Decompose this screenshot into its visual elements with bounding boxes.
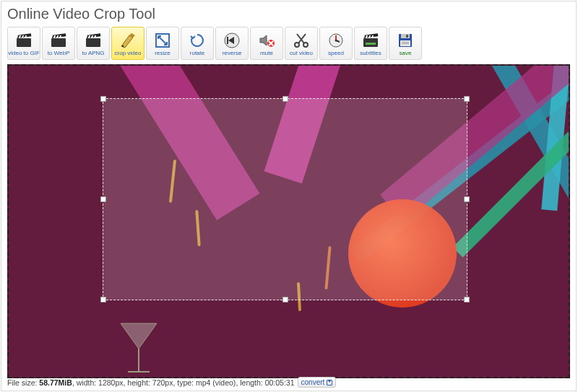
crop-handle-e[interactable]	[464, 196, 470, 202]
crop-selection[interactable]	[103, 98, 467, 300]
svg-rect-38	[402, 42, 409, 43]
speed-button[interactable]: speed	[319, 27, 353, 60]
svg-rect-35	[401, 34, 410, 38]
floppy-icon	[396, 31, 415, 50]
rotate-icon	[188, 31, 207, 50]
save-button[interactable]: save	[389, 27, 422, 60]
video-to-gif-button[interactable]: video to GIF	[7, 27, 40, 60]
mute-icon	[257, 31, 276, 50]
file-info-text: File size: 58.77MiB, width: 1280px, heig…	[7, 378, 295, 387]
toolbar: video to GIF to WebP to APNG crop video …	[1, 24, 576, 64]
clapper-icon	[14, 31, 33, 50]
crop-handle-ne[interactable]	[464, 96, 470, 102]
svg-rect-33	[366, 43, 376, 45]
page-title: Online Video Crop Tool	[1, 1, 576, 24]
crop-handle-nw[interactable]	[100, 96, 106, 102]
svg-rect-13	[86, 33, 100, 38]
svg-rect-1	[17, 33, 31, 38]
crop-handle-n[interactable]	[282, 96, 288, 102]
crop-handle-se[interactable]	[464, 297, 470, 302]
svg-point-18	[122, 45, 124, 47]
svg-rect-7	[51, 33, 66, 38]
scissors-icon	[292, 31, 311, 50]
rotate-button[interactable]: rotate	[181, 27, 214, 60]
svg-rect-28	[363, 33, 378, 38]
clapper-icon	[49, 31, 68, 50]
convert-button[interactable]: convert	[298, 377, 337, 388]
crop-pen-icon	[118, 31, 137, 50]
resize-button[interactable]: resize	[146, 27, 179, 60]
svg-rect-21	[227, 37, 228, 44]
svg-rect-12	[86, 38, 100, 47]
clapper-icon	[84, 31, 103, 50]
svg-rect-39	[402, 43, 409, 44]
clapper-icon	[361, 31, 380, 50]
glass-shape-icon	[117, 320, 160, 378]
resize-icon	[153, 31, 172, 50]
to-apng-button[interactable]: to APNG	[77, 27, 110, 60]
reverse-button[interactable]: reverse	[215, 27, 249, 60]
convert-arrow-icon	[327, 380, 332, 386]
svg-rect-6	[51, 38, 66, 47]
svg-rect-0	[17, 38, 31, 47]
crop-handle-w[interactable]	[100, 196, 106, 202]
svg-point-26	[335, 39, 337, 41]
crop-handle-sw[interactable]	[100, 297, 106, 302]
reverse-icon	[223, 31, 241, 50]
to-webp-button[interactable]: to WebP	[42, 27, 75, 60]
crop-handle-s[interactable]	[282, 297, 288, 302]
video-stage[interactable]	[7, 64, 570, 378]
subtitles-button[interactable]: subtitles	[354, 27, 387, 60]
cut-video-button[interactable]: cut video	[285, 27, 318, 60]
svg-rect-36	[406, 35, 408, 38]
crop-video-button[interactable]: crop video	[111, 27, 144, 60]
app-panel: Online Video Crop Tool video to GIF to W…	[1, 1, 577, 391]
mute-button[interactable]: mute	[250, 27, 283, 60]
file-info-bar: File size: 58.77MiB, width: 1280px, heig…	[7, 377, 336, 388]
speed-icon	[327, 31, 345, 50]
